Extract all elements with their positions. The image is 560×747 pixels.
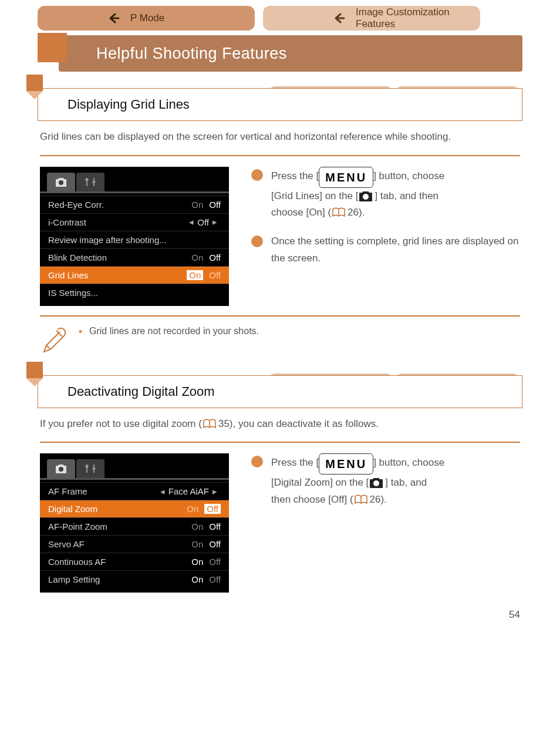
lcd-screenshot-2: AF Frame◂Face AiAF▸Digital ZoomOnOffAF-P… <box>40 453 229 593</box>
breadcrumb-secondary[interactable]: Image Customization Features <box>263 6 480 31</box>
manual-ref-icon <box>353 494 370 507</box>
lcd-row: Continuous AFOnOff <box>40 553 229 570</box>
section-grid-lines: Still Images Movies Displaying Grid Line… <box>38 88 522 121</box>
bullet-icon <box>251 456 263 467</box>
t: ] button, choose <box>373 457 444 468</box>
svg-point-1 <box>363 194 369 200</box>
lcd-tab-tools <box>76 173 104 191</box>
breadcrumb: P Mode Image Customization Features <box>0 0 560 31</box>
page-title: Helpful Shooting Features <box>59 35 522 72</box>
lcd-row: Blink DetectionOnOff <box>40 248 229 266</box>
lcd-row: Digital ZoomOnOff <box>40 500 229 517</box>
bullet-icon <box>251 235 263 247</box>
camera-icon <box>55 463 68 474</box>
t: then choose [Off] ( <box>271 494 353 505</box>
page-number: 54 <box>0 609 560 621</box>
note-grid-lines: Grid lines are not recorded in your shot… <box>40 326 520 358</box>
divider <box>40 442 520 443</box>
step-1-2: Once the setting is complete, grid lines… <box>251 233 520 267</box>
step-block-1: Red-Eye Corr.OnOffi-Contrast◂Off▸Review … <box>40 167 520 306</box>
lcd-row: Review image after shooting... <box>40 231 229 248</box>
t: If you prefer not to use digital zoom ( <box>40 418 202 429</box>
t: Press the [ <box>271 457 319 468</box>
t: [Digital Zoom] on the [ <box>271 477 369 488</box>
section1-paragraph: Grid lines can be displayed on the scree… <box>40 129 520 144</box>
section2-paragraph: If you prefer not to use digital zoom (3… <box>40 416 520 432</box>
tools-icon <box>84 463 97 474</box>
divider <box>40 315 520 317</box>
svg-point-0 <box>59 180 63 185</box>
t: ] tab, and then <box>375 190 438 201</box>
lcd-row: AF-Point ZoomOnOff <box>40 517 229 535</box>
camera-icon <box>358 190 375 203</box>
t: [Grid Lines] on the [ <box>271 190 358 201</box>
lcd-screenshot-1: Red-Eye Corr.OnOffi-Contrast◂Off▸Review … <box>40 167 229 306</box>
t: Press the [ <box>271 170 319 181</box>
page-heading: Helpful Shooting Features <box>38 35 522 72</box>
section-title-text: Deactivating Digital Zoom <box>68 384 215 399</box>
manual-ref-icon <box>202 418 218 431</box>
manual-ref-icon <box>331 207 348 220</box>
step-block-2: AF Frame◂Face AiAF▸Digital ZoomOnOffAF-P… <box>40 453 520 593</box>
lcd-row: Grid LinesOnOff <box>40 266 229 284</box>
lcd-row: i-Contrast◂Off▸ <box>40 213 229 231</box>
pencil-icon <box>40 326 67 358</box>
arrow-left-icon <box>333 12 345 24</box>
lcd-tab-camera <box>47 173 75 191</box>
section-badge-tail <box>26 91 43 99</box>
t: ] tab, and <box>385 477 427 488</box>
step-1-1: Press the [MENU] button, choose [Grid Li… <box>251 167 520 222</box>
t: 35), you can deactivate it as follows. <box>218 418 379 429</box>
steps-2: Press the [MENU] button, choose [Digital… <box>251 453 520 593</box>
menu-button-icon: MENU <box>319 453 373 475</box>
breadcrumb-primary-label: P Mode <box>130 12 164 24</box>
t: ] button, choose <box>373 170 444 181</box>
section-title-text: Displaying Grid Lines <box>68 97 190 112</box>
lcd-row: IS Settings... <box>40 284 229 301</box>
lcd-tab-tools <box>76 459 104 478</box>
t: 26). <box>370 494 387 505</box>
breadcrumb-primary[interactable]: P Mode <box>38 6 255 31</box>
lcd-row: AF Frame◂Face AiAF▸ <box>40 482 229 500</box>
section-badge-tail <box>26 378 43 386</box>
steps-1: Press the [MENU] button, choose [Grid Li… <box>251 167 520 306</box>
lcd-row: Lamp SettingOnOff <box>40 570 229 588</box>
camera-icon <box>369 477 385 490</box>
divider <box>40 155 520 156</box>
tools-icon <box>84 177 97 187</box>
section-digital-zoom: Still Images Movies Deactivating Digital… <box>38 375 522 408</box>
step-text: Once the setting is complete, grid lines… <box>271 233 520 267</box>
section-badge <box>26 75 43 91</box>
section-title: Displaying Grid Lines <box>38 88 522 121</box>
svg-point-2 <box>59 467 63 472</box>
bullet-icon <box>251 169 263 181</box>
camera-icon <box>55 177 68 187</box>
lcd-row: Servo AFOnOff <box>40 535 229 553</box>
t: 26). <box>348 207 365 218</box>
t: choose [On] ( <box>271 207 331 218</box>
section-badge <box>26 362 43 378</box>
breadcrumb-secondary-label: Image Customization Features <box>356 6 480 30</box>
menu-button-icon: MENU <box>319 167 373 188</box>
section-title: Deactivating Digital Zoom <box>38 375 522 408</box>
arrow-left-icon <box>108 12 120 24</box>
note-item: Grid lines are not recorded in your shot… <box>79 326 259 337</box>
svg-point-3 <box>373 480 379 486</box>
lcd-row: Red-Eye Corr.OnOff <box>40 196 229 213</box>
step-2-1: Press the [MENU] button, choose [Digital… <box>251 453 520 509</box>
heading-badge <box>38 33 67 62</box>
lcd-tab-camera <box>47 459 75 478</box>
